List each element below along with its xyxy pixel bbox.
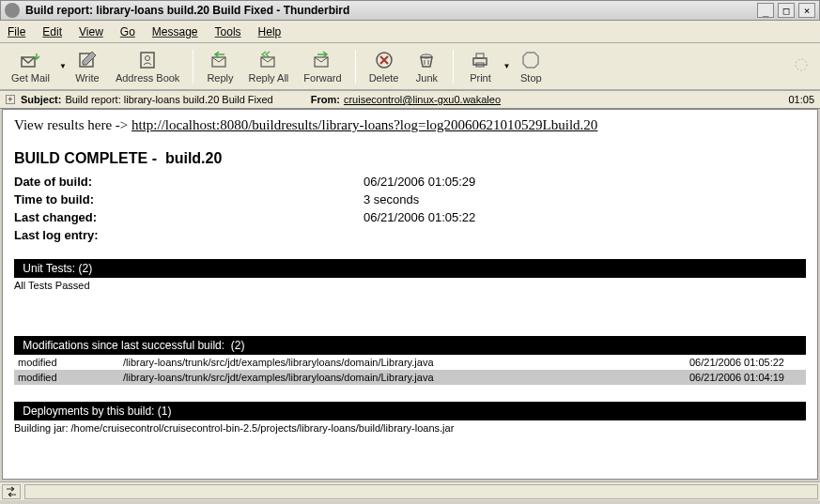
info-label: Date of build: (14, 175, 364, 189)
addressbook-button[interactable]: Address Book (110, 48, 185, 85)
junk-button[interactable]: Junk (408, 48, 445, 85)
menu-go[interactable]: Go (120, 25, 135, 38)
junk-icon (416, 50, 437, 70)
message-body: View results here -> http://localhost:80… (2, 109, 818, 480)
getmail-button[interactable]: Get Mail (6, 48, 55, 85)
subject-value: Build report: library-loans build.20 Bui… (65, 94, 272, 105)
delete-icon (374, 50, 395, 70)
write-icon (77, 50, 98, 70)
delete-button[interactable]: Delete (364, 48, 405, 85)
mod-status: modified (14, 370, 119, 385)
table-row: modified /library-loans/trunk/src/jdt/ex… (14, 355, 806, 370)
print-button[interactable]: Print (461, 48, 499, 85)
statusbar (0, 481, 820, 500)
window-title: Build report: library-loans build.20 Bui… (25, 4, 757, 17)
getmail-dropdown[interactable]: ▼ (59, 62, 67, 70)
build-complete-heading: BUILD COMPLETE - build.20 (14, 150, 806, 167)
mod-date: 06/21/2006 01:05:22 (686, 355, 806, 370)
svg-rect-9 (473, 58, 487, 65)
forward-button[interactable]: Forward (298, 48, 347, 85)
reply-icon (209, 50, 230, 70)
message-header: + Subject: Build report: library-loans b… (0, 90, 820, 109)
stop-button[interactable]: Stop (512, 48, 549, 85)
from-label: From: (311, 94, 340, 105)
info-value: 06/21/2006 01:05:29 (364, 175, 475, 189)
mod-path: /library-loans/trunk/src/jdt/examples/li… (119, 355, 686, 370)
modifications-table: modified /library-loans/trunk/src/jdt/ex… (14, 355, 806, 385)
results-link[interactable]: http://localhost:8080/buildresults/libra… (132, 117, 597, 132)
print-dropdown[interactable]: ▼ (503, 62, 510, 70)
app-icon (5, 3, 20, 18)
menu-tools[interactable]: Tools (215, 25, 241, 38)
menu-edit[interactable]: Edit (42, 25, 62, 38)
unit-tests-header: Unit Tests: (2) (14, 259, 806, 278)
menubar: File Edit View Go Message Tools Help (0, 21, 820, 43)
table-row: modified /library-loans/trunk/src/jdt/ex… (14, 370, 806, 385)
view-results-prefix: View results here -> (14, 117, 132, 132)
addressbook-icon (137, 50, 158, 70)
window-titlebar: Build report: library-loans build.20 Bui… (0, 0, 820, 21)
info-label: Time to build: (14, 192, 364, 206)
deployments-header: Deployments by this build: (1) (14, 402, 806, 420)
forward-icon (312, 50, 333, 70)
status-indicator-icon[interactable] (2, 484, 21, 499)
menu-message[interactable]: Message (152, 25, 198, 38)
mod-path: /library-loans/trunk/src/jdt/examples/li… (119, 370, 686, 385)
replyall-icon (258, 50, 279, 70)
toolbar-separator (453, 50, 454, 84)
write-button[interactable]: Write (69, 48, 106, 85)
build-info-table: Date of build:06/21/2006 01:05:29 Time t… (14, 175, 806, 242)
getmail-icon (20, 50, 40, 70)
stop-icon (520, 50, 541, 70)
info-label: Last log entry: (14, 228, 364, 242)
replyall-button[interactable]: Reply All (243, 48, 295, 85)
info-label: Last changed: (14, 210, 364, 224)
print-icon (470, 50, 490, 70)
time-value: 01:05 (788, 94, 814, 105)
menu-file[interactable]: File (8, 25, 25, 38)
unit-tests-body: All Tests Passed (14, 280, 806, 291)
minimize-button[interactable]: _ (757, 3, 774, 18)
svg-point-3 (146, 55, 150, 60)
info-value: 3 seconds (364, 192, 419, 206)
mod-date: 06/21/2006 01:04:19 (686, 370, 806, 385)
deployments-body: Building jar: /home/cruisecontrol/cruise… (14, 422, 806, 434)
svg-marker-12 (523, 53, 538, 68)
svg-point-13 (796, 59, 807, 70)
mod-status: modified (14, 355, 119, 370)
from-value[interactable]: cruisecontrol@linux-gxu0.wakaleo (344, 94, 501, 105)
toolbar-separator (355, 50, 356, 84)
throbber-icon (794, 57, 809, 75)
reply-button[interactable]: Reply (201, 48, 239, 85)
menu-view[interactable]: View (79, 25, 103, 38)
info-value: 06/21/2006 01:05:22 (364, 210, 475, 224)
menu-help[interactable]: Help (258, 25, 282, 38)
toolbar-separator (193, 50, 193, 84)
expand-header-button[interactable]: + (6, 95, 15, 104)
subject-label: Subject: (21, 94, 61, 105)
close-button[interactable]: × (798, 3, 815, 18)
toolbar: Get Mail ▼ Write Address Book Reply (0, 43, 820, 90)
modifications-header: Modifications since last successful buil… (14, 336, 806, 355)
status-text (24, 484, 818, 499)
maximize-button[interactable]: □ (778, 3, 795, 18)
